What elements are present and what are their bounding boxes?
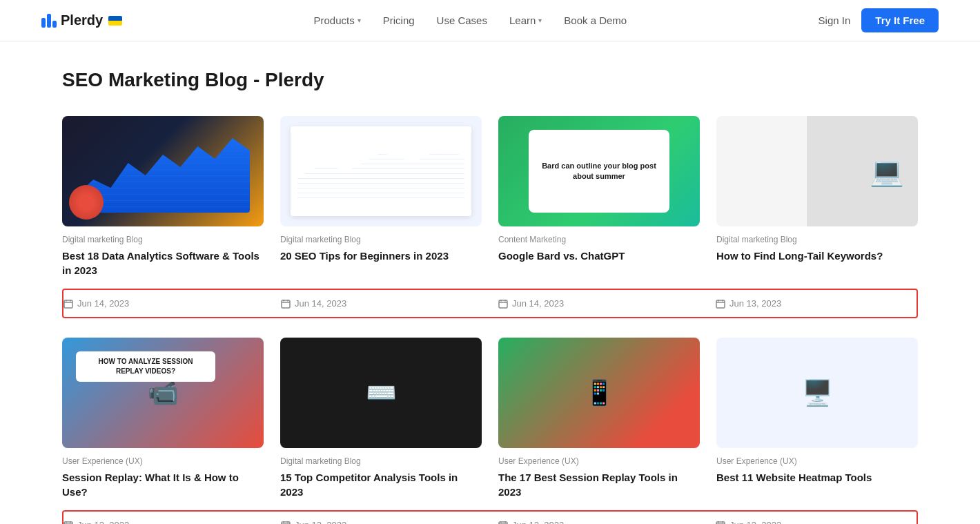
logo[interactable]: Plerdy bbox=[41, 12, 122, 28]
nav-actions: Sign In Try It Free bbox=[819, 8, 939, 32]
navigation: Plerdy Products ▾ Pricing Use Cases Lear… bbox=[0, 0, 980, 41]
svg-rect-12 bbox=[716, 300, 725, 308]
blog-card-6[interactable]: Digital marketing Blog 15 Top Competitor… bbox=[280, 338, 482, 507]
blog-grid-row2: HOW TO ANALYZE SESSION REPLAY VIDEOS? Us… bbox=[62, 338, 918, 507]
nav-links: Products ▾ Pricing Use Cases Learn ▾ Boo… bbox=[314, 14, 627, 26]
blog-card-title-7: The 17 Best Session Replay Tools in 2023 bbox=[498, 470, 700, 499]
blog-card-category-8: User Experience (UX) bbox=[716, 456, 918, 466]
logo-text: Plerdy bbox=[61, 12, 103, 28]
nav-pricing[interactable]: Pricing bbox=[383, 14, 415, 26]
blog-card-4[interactable]: Digital marketing Blog How to Find Long-… bbox=[716, 116, 918, 286]
date-item-6: Jun 13, 2023 bbox=[281, 520, 482, 524]
blog-card-image-6 bbox=[280, 338, 482, 448]
sign-in-link[interactable]: Sign In bbox=[819, 14, 851, 26]
date-item-1: Jun 14, 2023 bbox=[63, 298, 264, 309]
date-text-4: Jun 13, 2023 bbox=[729, 298, 781, 309]
blog-card-image-8 bbox=[716, 338, 918, 448]
calendar-icon bbox=[716, 521, 725, 525]
blog-card-title-6: 15 Top Competitor Analysis Tools in 2023 bbox=[280, 470, 482, 499]
blog-card-image-2 bbox=[280, 116, 482, 226]
blog-card-category-3: Content Marketing bbox=[498, 235, 700, 244]
calendar-icon bbox=[281, 521, 291, 525]
blog-card-7[interactable]: User Experience (UX) The 17 Best Session… bbox=[498, 338, 700, 507]
blog-card-title-4: How to Find Long-Tail Keywords? bbox=[716, 249, 918, 278]
date-row-1: Jun 14, 2023 Jun 14, 2023 Jun 14, 2023 J… bbox=[62, 289, 918, 318]
date-item-4: Jun 13, 2023 bbox=[716, 298, 917, 309]
date-text-5: Jun 13, 2023 bbox=[77, 520, 129, 524]
blog-card-image-1 bbox=[62, 116, 264, 226]
main-content: SEO Marketing Blog - Plerdy Digital mark… bbox=[21, 41, 959, 524]
blog-card-image-4 bbox=[716, 116, 918, 226]
date-item-5: Jun 13, 2023 bbox=[63, 520, 264, 524]
blog-card-category-2: Digital marketing Blog bbox=[280, 235, 482, 244]
blog-card-title-8: Best 11 Website Heatmap Tools bbox=[716, 470, 918, 499]
blog-card-category-6: Digital marketing Blog bbox=[280, 456, 482, 466]
nav-book-demo[interactable]: Book a Demo bbox=[564, 14, 627, 26]
blog-card-image-7 bbox=[498, 338, 700, 448]
blog-card-image-5: HOW TO ANALYZE SESSION REPLAY VIDEOS? bbox=[62, 338, 264, 448]
date-text-6: Jun 13, 2023 bbox=[295, 520, 346, 524]
svg-rect-8 bbox=[499, 300, 507, 308]
date-item-2: Jun 14, 2023 bbox=[281, 298, 482, 309]
nav-products[interactable]: Products ▾ bbox=[314, 14, 361, 26]
blog-card-image-3: Bard can outline your blog post about su… bbox=[498, 116, 700, 226]
logo-icon bbox=[41, 14, 57, 28]
blog-card-5[interactable]: HOW TO ANALYZE SESSION REPLAY VIDEOS? Us… bbox=[62, 338, 264, 507]
calendar-icon bbox=[63, 299, 73, 309]
logo-bar-2 bbox=[47, 14, 51, 28]
date-text-8: Jun 12, 2023 bbox=[729, 520, 781, 524]
blog-card-2[interactable]: Digital marketing Blog 20 SEO Tips for B… bbox=[280, 116, 482, 286]
blog-card-title-3: Google Bard vs. ChatGPT bbox=[498, 249, 700, 278]
how-to-label: HOW TO ANALYZE SESSION REPLAY VIDEOS? bbox=[76, 351, 215, 382]
blog-card-3[interactable]: Bard can outline your blog post about su… bbox=[498, 116, 700, 286]
date-text-2: Jun 14, 2023 bbox=[295, 298, 346, 309]
bard-text: Bard can outline your blog post about su… bbox=[529, 130, 669, 213]
nav-learn[interactable]: Learn ▾ bbox=[509, 14, 542, 26]
blog-card-category-1: Digital marketing Blog bbox=[62, 235, 264, 244]
chevron-down-icon: ▾ bbox=[357, 17, 361, 24]
logo-bar-3 bbox=[52, 21, 57, 28]
page-title: SEO Marketing Blog - Plerdy bbox=[62, 69, 918, 91]
ukraine-flag bbox=[108, 16, 122, 26]
svg-rect-0 bbox=[64, 300, 72, 308]
blog-card-category-7: User Experience (UX) bbox=[498, 456, 700, 466]
nav-use-cases[interactable]: Use Cases bbox=[437, 14, 487, 26]
calendar-icon bbox=[498, 299, 508, 309]
calendar-icon bbox=[281, 299, 291, 309]
blog-card-category-5: User Experience (UX) bbox=[62, 456, 264, 466]
date-row-2: Jun 13, 2023 Jun 13, 2023 Jun 12, 2023 J… bbox=[62, 510, 918, 524]
date-text-3: Jun 14, 2023 bbox=[512, 298, 564, 309]
calendar-icon bbox=[498, 521, 508, 525]
chevron-down-icon: ▾ bbox=[538, 17, 542, 24]
calendar-icon bbox=[63, 521, 73, 525]
blog-card-8[interactable]: User Experience (UX) Best 11 Website Hea… bbox=[716, 338, 918, 507]
calendar-icon bbox=[716, 299, 725, 309]
blog-card-title-2: 20 SEO Tips for Beginners in 2023 bbox=[280, 249, 482, 278]
blog-card-1[interactable]: Digital marketing Blog Best 18 Data Anal… bbox=[62, 116, 264, 286]
logo-bar-1 bbox=[41, 18, 46, 28]
date-text-1: Jun 14, 2023 bbox=[77, 298, 129, 309]
blog-card-title-1: Best 18 Data Analytics Software & Tools … bbox=[62, 249, 264, 278]
date-item-3: Jun 14, 2023 bbox=[498, 298, 699, 309]
date-text-7: Jun 12, 2023 bbox=[512, 520, 564, 524]
blog-grid-row1: Digital marketing Blog Best 18 Data Anal… bbox=[62, 116, 918, 286]
blog-card-category-4: Digital marketing Blog bbox=[716, 235, 918, 244]
date-item-7: Jun 12, 2023 bbox=[498, 520, 699, 524]
svg-rect-4 bbox=[282, 300, 290, 308]
date-item-8: Jun 12, 2023 bbox=[716, 520, 917, 524]
blog-card-title-5: Session Replay: What It Is & How to Use? bbox=[62, 470, 264, 499]
try-free-button[interactable]: Try It Free bbox=[861, 8, 939, 32]
